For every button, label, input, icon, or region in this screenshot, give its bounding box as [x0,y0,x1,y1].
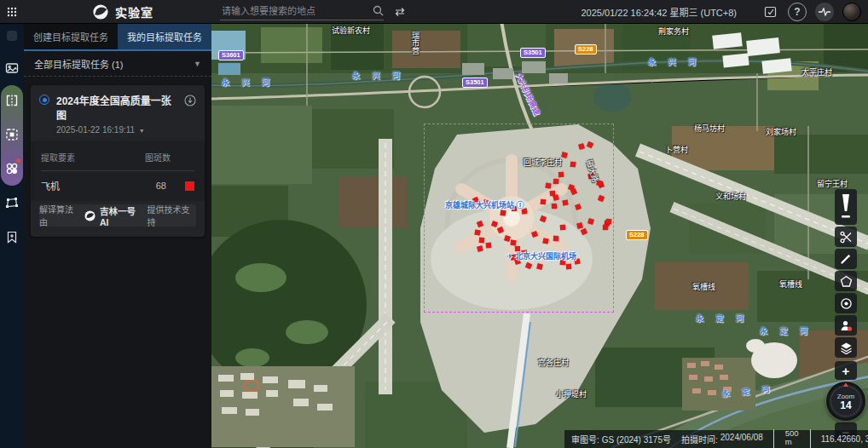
draw-polygon-tool[interactable] [835,271,857,291]
airplane-marker[interactable] [570,188,577,195]
zoom-in-button[interactable]: + [835,361,857,380]
airplane-marker[interactable] [491,221,498,227]
map-label: 氧槽线 [692,281,715,292]
feature-count: 68 [156,181,166,191]
airplane-marker[interactable] [587,218,594,225]
airplane-marker[interactable] [566,264,571,269]
map-label: 京雄城际大兴机场站 ⓘ [445,199,524,210]
measure-pencil-tool[interactable] [835,249,857,269]
swipe-wedge-tool[interactable] [835,189,857,225]
map-annotations: 试验新农村瑞市营荆家务村永 兴 河永 兴 河永 兴 河太平庄村大兴机场高速回城李… [211,24,868,448]
col-feature: 提取要素 [41,151,75,164]
map-label: 永 兴 河 [352,70,405,81]
apps-grid-icon[interactable] [0,0,24,24]
activity-icon[interactable] [815,3,834,21]
airplane-marker[interactable] [576,222,582,228]
airplane-marker[interactable] [477,245,483,251]
map-label: 杨马坊村 [694,123,725,134]
zoom-dial[interactable]: Zoom 14 [826,382,865,421]
road-shield-badge: S3501 [520,48,546,58]
clip-scissors-tool[interactable] [835,227,857,247]
scale-bar: 500 m [773,429,811,448]
airplane-marker[interactable] [587,141,593,148]
task-card-header: 2024年度全国高质量一张图 2025-01-22 16:19:11▾ [31,85,205,141]
brand: 实验室 [92,3,153,20]
airplane-marker[interactable] [477,221,483,227]
airplane-marker[interactable] [486,243,492,249]
split-compare-icon[interactable] [0,89,24,112]
map-label: 留宁王村 [817,178,848,189]
app-root: 实验室 2025/01/22 16:24:42 星期三 (UTC+8) ? [0,0,868,448]
help-icon[interactable]: ? [788,3,807,21]
map-label: 永 兴 河 [222,77,275,88]
search-icon[interactable] [373,5,384,16]
task-card[interactable]: 2024年度全国高质量一张图 2025-01-22 16:19:11▾ 提取要素… [31,85,205,237]
feedback-note-icon[interactable] [761,3,779,21]
target-extract-icon[interactable] [0,123,24,146]
top-bar: 实验室 2025/01/22 16:24:42 星期三 (UTC+8) ? [0,0,868,24]
airplane-marker[interactable] [598,195,605,202]
airplane-marker[interactable] [501,210,506,216]
airplane-marker[interactable] [540,215,547,222]
airplane-marker[interactable] [575,204,582,210]
tab-create-task[interactable]: 创建目标提取任务 [24,24,118,49]
apps-circles-icon[interactable] [0,157,24,181]
task-timestamp[interactable]: 2025-01-22 16:19:11▾ [56,125,177,135]
polygon-draw-icon[interactable] [0,191,24,215]
cursor-coordinates: 116.42660, 39.53656 [821,434,868,444]
user-avatar[interactable] [842,3,861,21]
airplane-marker[interactable] [570,162,576,168]
airplane-marker[interactable] [558,172,564,177]
airplane-marker[interactable] [560,225,566,231]
airplane-marker[interactable] [542,238,548,244]
image-gallery-icon[interactable] [0,56,24,80]
share-location-tool[interactable] [835,315,857,336]
map-label: 回城李庄村 [524,157,562,168]
map-label: 永 兴 河 [648,56,701,67]
airplane-marker[interactable] [545,182,551,188]
map-label: 磁大路 [584,158,602,184]
airplane-marker[interactable] [536,263,542,269]
road-shield-badge: S3601 [218,50,244,60]
map-label: 义和场村 [715,191,746,202]
map-label: 永 定 河 [696,313,749,324]
search-input[interactable] [220,5,373,17]
airplane-marker[interactable] [553,236,558,241]
layers-tool[interactable] [835,337,857,358]
jilin1-logo-icon [84,210,95,221]
locate-target-tool[interactable] [835,293,857,313]
airplane-marker[interactable] [552,204,557,209]
airplane-marker[interactable] [479,238,484,243]
airplane-marker[interactable] [553,194,558,200]
airplane-marker[interactable] [525,262,532,269]
capture-date: 2024/06/08 [720,433,763,445]
airplane-marker[interactable] [504,235,510,241]
map-viewport[interactable]: 试验新农村瑞市营荆家务村永 兴 河永 兴 河永 兴 河太平庄村大兴机场高速回城李… [211,24,868,448]
airplane-marker[interactable] [562,199,568,205]
license-label: 审图号: [571,433,599,445]
map-label: 永 定 河 [721,383,775,399]
airplane-marker[interactable] [531,231,538,238]
datetime-text: 2025/01/22 16:24:42 星期三 (UTC+8) [581,5,737,19]
airplane-marker[interactable] [578,143,584,149]
airplane-marker[interactable] [511,240,517,246]
table-row[interactable]: 飞机 68 [41,179,194,192]
task-filter-dropdown[interactable]: 全部目标提取任务 (1) ▼ [24,51,211,77]
airplane-marker[interactable] [606,219,612,225]
airplane-marker[interactable] [541,199,547,205]
dim-panel-icon[interactable] [0,24,24,48]
feature-name: 飞机 [41,179,60,192]
tab-my-tasks[interactable]: 我的目标提取任务 [118,24,211,49]
airplane-marker[interactable] [581,228,587,235]
airplane-marker[interactable] [553,179,558,184]
search-box [220,3,384,20]
swap-refresh-icon[interactable] [391,3,409,21]
airplane-marker[interactable] [497,227,504,233]
airplane-marker[interactable] [561,152,567,158]
download-icon[interactable] [184,95,196,135]
airplane-marker[interactable] [474,229,480,235]
bookmark-add-icon[interactable] [0,225,24,249]
airplane-marker[interactable] [603,225,608,230]
task-radio[interactable] [39,95,49,105]
map-label: 大兴机场高速 [513,71,543,117]
